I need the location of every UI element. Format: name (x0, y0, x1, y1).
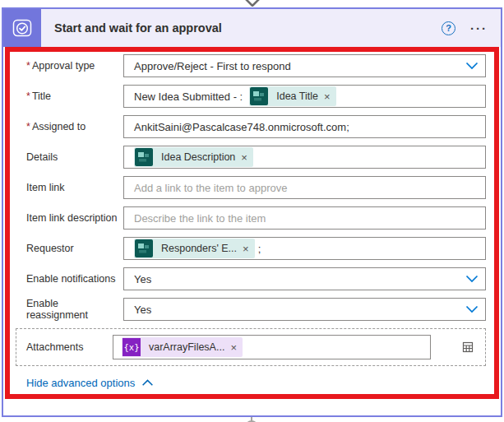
item-link-input[interactable]: Add a link to the item to approve (123, 176, 486, 199)
field-label: Title (32, 90, 51, 102)
approvals-connector-icon (3, 9, 41, 47)
chevron-down-icon (465, 62, 479, 70)
approval-type-dropdown[interactable]: Approve/Reject - First to respond (123, 54, 486, 77)
field-label: Details (26, 151, 58, 163)
field-row-assigned-to: *Assigned to AnkitSaini@Pascalcase748.on… (26, 115, 486, 138)
field-label: Attachments (26, 341, 113, 353)
switch-to-input-entire-array-icon[interactable] (460, 340, 475, 355)
chevron-down-icon (465, 275, 479, 283)
token-close-icon[interactable]: × (229, 341, 243, 354)
field-row-requestor: Requestor Responders' E... × ; (26, 237, 486, 260)
advanced-link-label: Hide advanced options (26, 377, 135, 389)
dynamic-content-icon (135, 239, 153, 257)
field-row-details: Details Idea Description × (26, 146, 486, 169)
more-options-icon[interactable]: ··· (470, 21, 488, 35)
field-label: Enable notifications (26, 273, 115, 285)
field-label: Enable reassignment (26, 298, 88, 321)
enable-reassignment-dropdown[interactable]: Yes (123, 298, 486, 321)
approval-action-card: Start and wait for an approval ? ··· *Ap… (2, 7, 502, 417)
required-asterisk: * (26, 121, 30, 132)
token-close-icon[interactable]: × (239, 151, 253, 164)
variable-token[interactable]: {x} varArrayFilesA... × (122, 337, 243, 357)
token-label: Idea Description (154, 151, 239, 163)
action-title: Start and wait for an approval (54, 21, 442, 35)
title-text: New Idea Submitted - : (134, 90, 243, 103)
token-close-icon[interactable]: × (322, 90, 336, 103)
attachments-section: Attachments {x} varArrayFilesA... × (16, 328, 486, 366)
field-row-approval-type: *Approval type Approve/Reject - First to… (26, 54, 486, 77)
token-close-icon[interactable]: × (241, 243, 255, 255)
field-row-item-link: Item link Add a link to the item to appr… (26, 176, 486, 199)
dropdown-value: Yes (134, 304, 151, 316)
requestor-suffix: ; (258, 243, 261, 255)
field-label: Requestor (26, 243, 74, 254)
assigned-to-value: AnkitSaini@Pascalcase748.onmicrosoft.com… (134, 121, 349, 133)
dynamic-content-icon (250, 87, 268, 105)
action-card-header[interactable]: Start and wait for an approval ? ··· (3, 9, 501, 47)
required-asterisk: * (26, 60, 30, 72)
field-label: Item link description (26, 212, 117, 224)
input-placeholder: Add a link to the item to approve (134, 182, 287, 194)
input-placeholder: Describe the link to the item (134, 212, 266, 225)
enable-notifications-dropdown[interactable]: Yes (123, 267, 486, 290)
chevron-up-icon (141, 379, 154, 387)
dynamic-content-token[interactable]: Responders' E... × (134, 239, 255, 258)
red-annotation-frame: *Approval type Approve/Reject - First to… (5, 47, 499, 399)
field-row-enable-notifications: Enable notifications Yes (26, 267, 486, 290)
dynamic-content-token[interactable]: Idea Description × (134, 147, 253, 167)
dropdown-value: Yes (134, 273, 151, 285)
required-asterisk: * (26, 90, 30, 102)
token-label: varArrayFilesA... (141, 341, 229, 353)
field-label: Approval type (32, 60, 95, 72)
help-icon[interactable]: ? (442, 21, 455, 35)
connector-arrow-icon (244, 0, 261, 7)
item-link-description-input[interactable]: Describe the link to the item (123, 206, 486, 230)
field-label: Assigned to (32, 121, 86, 132)
chevron-down-icon (465, 305, 479, 313)
requestor-input[interactable]: Responders' E... × ; (123, 237, 486, 260)
attachments-input[interactable]: {x} varArrayFilesA... × (113, 335, 431, 359)
details-input[interactable]: Idea Description × (123, 146, 486, 169)
field-row-title: *Title New Idea Submitted - : Idea Title… (26, 85, 486, 108)
field-label: Item link (26, 182, 65, 193)
title-input[interactable]: New Idea Submitted - : Idea Title × (123, 85, 486, 108)
dropdown-value: Approve/Reject - First to respond (134, 60, 291, 72)
field-row-enable-reassignment: Enable reassignment Yes (26, 298, 486, 321)
assigned-to-input[interactable]: AnkitSaini@Pascalcase748.onmicrosoft.com… (123, 115, 486, 138)
field-row-item-link-description: Item link description Describe the link … (26, 206, 486, 230)
token-label: Responders' E... (154, 243, 241, 254)
variable-icon: {x} (123, 338, 141, 356)
dynamic-content-icon (135, 148, 153, 166)
token-label: Idea Title (269, 90, 322, 102)
dynamic-content-token[interactable]: Idea Title × (249, 86, 335, 106)
hide-advanced-options-link[interactable]: Hide advanced options (26, 377, 154, 389)
